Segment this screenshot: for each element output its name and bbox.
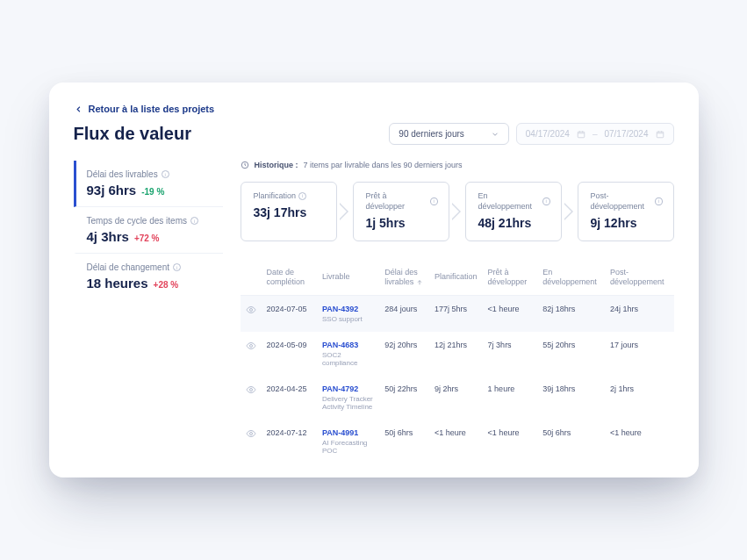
history-line: Historique : 7 items par livrable dans l…: [241, 161, 674, 169]
stage-title: Prêt à développer i: [366, 191, 438, 212]
cell-post: 24j 1hrs: [605, 295, 673, 332]
date-from: 04/17/2024: [526, 129, 570, 139]
cell-dev: 55j 20hrs: [537, 332, 605, 376]
metric-label: Délai des livrables i: [87, 169, 223, 179]
stage-value: 33j 17hrs: [254, 205, 326, 219]
col-deliverable[interactable]: Livrable: [317, 261, 379, 296]
svg-point-3: [249, 308, 252, 311]
stage-card[interactable]: Prêt à développer i 1j 5hrs: [353, 182, 449, 241]
cell-post: <1 heure: [605, 420, 673, 463]
cell-dev: 82j 18hrs: [537, 295, 605, 332]
cell-ready: <1 heure: [483, 295, 538, 332]
deliverable-link[interactable]: PAN-4792: [322, 384, 374, 393]
cell-post: 2j 1hrs: [605, 376, 673, 420]
breadcrumb-label: Retour à la liste des projets: [89, 104, 215, 114]
table-row: 2024-07-12 PAN-4991 AI Forecasting POC 5…: [241, 420, 674, 463]
metric-card[interactable]: Délai des livrables i 93j 6hrs -19 %: [74, 161, 223, 207]
info-icon: i: [162, 170, 169, 178]
info-icon: i: [173, 263, 181, 271]
col-post[interactable]: Post-développement: [605, 261, 673, 296]
metric-value: 4j 3hrs: [87, 229, 129, 244]
arrow-left-icon: [74, 104, 83, 114]
info-icon: i: [430, 197, 438, 205]
metric-value: 93j 6hrs: [87, 183, 137, 197]
history-label: Historique :: [255, 161, 298, 169]
stage-card[interactable]: En développement i 48j 21hrs: [465, 182, 562, 241]
cell-date: 2024-07-12: [262, 420, 317, 463]
stage-pipeline: Planification i 33j 17hrs Prêt à dévelop…: [241, 182, 674, 241]
cell-lead: 284 jours: [379, 295, 429, 332]
col-planning[interactable]: Planification: [429, 261, 483, 296]
date-sep: –: [593, 129, 598, 139]
cell-dev: 39j 18hrs: [537, 376, 605, 420]
table-row: 2024-04-25 PAN-4792 Delivery Tracker Act…: [241, 376, 674, 420]
metrics-sidebar: Délai des livrables i 93j 6hrs -19 % Tem…: [74, 161, 223, 463]
stage-title: En développement i: [478, 191, 550, 212]
eye-icon[interactable]: [246, 341, 256, 351]
table-row: 2024-07-05 PAN-4392 SSO support 284 jour…: [241, 295, 674, 332]
col-dev[interactable]: En développement: [537, 261, 605, 296]
col-ready[interactable]: Prêt à développer: [483, 261, 538, 296]
stage-card[interactable]: Post-développement i 9j 12hrs: [578, 182, 674, 241]
calendar-icon: [656, 130, 664, 139]
time-range-value: 90 derniers jours: [399, 129, 463, 139]
cell-date: 2024-05-09: [262, 332, 317, 376]
info-icon: i: [655, 197, 662, 205]
stage-card[interactable]: Planification i 33j 17hrs: [241, 182, 337, 241]
deliverables-table: Date de complétion Livrable Délai des li…: [241, 261, 674, 463]
cell-ready: 7j 3hrs: [483, 332, 538, 376]
cell-planning: 9j 2hrs: [429, 376, 483, 420]
app-window: Retour à la liste des projets Flux de va…: [49, 83, 699, 477]
stage-value: 48j 21hrs: [478, 216, 550, 230]
metric-card[interactable]: Temps de cycle des items i 4j 3hrs +72 %: [74, 207, 223, 254]
cell-planning: <1 heure: [429, 420, 483, 463]
col-lead[interactable]: Délai des livrables: [379, 261, 429, 296]
metric-label: Temps de cycle des items i: [87, 216, 223, 226]
cell-lead: 50j 22hrs: [379, 376, 429, 420]
calendar-icon: [577, 130, 585, 139]
info-icon: i: [298, 192, 306, 200]
cell-dev: 50j 6hrs: [537, 420, 605, 463]
cell-planning: 177j 5hrs: [429, 295, 483, 332]
cell-planning: 12j 21hrs: [429, 332, 483, 376]
svg-point-6: [249, 432, 252, 434]
deliverable-link[interactable]: PAN-4991: [322, 428, 374, 437]
svg-rect-1: [657, 132, 664, 138]
chevron-down-icon: [491, 130, 499, 139]
stage-value: 1j 5hrs: [366, 216, 438, 230]
breadcrumb-back[interactable]: Retour à la liste des projets: [74, 104, 674, 114]
stage-title: Planification i: [254, 191, 326, 202]
deliverable-sub: Delivery Tracker Activity Timeline: [322, 395, 374, 411]
metric-delta: -19 %: [141, 187, 164, 197]
table-row: 2024-05-09 PAN-4683 SOC2 compliance 92j …: [241, 332, 674, 376]
svg-rect-0: [578, 132, 585, 138]
stage-title: Post-développement i: [591, 191, 663, 212]
deliverable-link[interactable]: PAN-4392: [322, 305, 374, 313]
cell-ready: 1 heure: [483, 376, 538, 420]
stage-value: 9j 12hrs: [591, 216, 663, 230]
eye-icon[interactable]: [246, 384, 256, 395]
time-range-select[interactable]: 90 derniers jours: [389, 123, 508, 145]
svg-point-4: [249, 344, 252, 347]
eye-icon[interactable]: [246, 428, 256, 439]
col-date[interactable]: Date de complétion: [262, 261, 317, 296]
date-to: 07/17/2024: [604, 129, 648, 139]
deliverable-sub: SSO support: [322, 315, 374, 323]
cell-post: 17 jours: [605, 332, 673, 376]
eye-icon[interactable]: [246, 305, 256, 315]
history-text: 7 items par livrable dans les 90 dernier…: [304, 161, 463, 169]
cell-lead: 92j 20hrs: [379, 332, 429, 376]
date-range-picker[interactable]: 04/17/2024 – 07/17/2024: [516, 123, 674, 145]
metric-delta: +72 %: [134, 233, 160, 243]
metric-card[interactable]: Délai de changement i 18 heures +28 %: [74, 254, 223, 299]
page-title: Flux de valeur: [74, 124, 192, 144]
history-icon: [241, 161, 249, 169]
info-icon: i: [190, 217, 198, 225]
deliverable-link[interactable]: PAN-4683: [322, 341, 374, 349]
metric-value: 18 heures: [87, 276, 148, 291]
metric-delta: +28 %: [154, 280, 179, 290]
deliverable-sub: SOC2 compliance: [322, 351, 374, 367]
info-icon: i: [542, 197, 550, 205]
cell-date: 2024-04-25: [262, 376, 317, 420]
svg-point-5: [249, 388, 252, 391]
